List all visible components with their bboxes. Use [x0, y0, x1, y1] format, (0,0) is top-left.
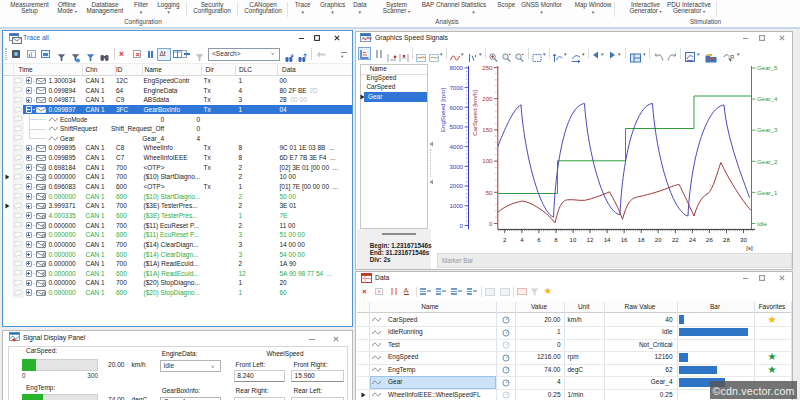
- svg-text:20: 20: [655, 236, 662, 243]
- svg-text:R: R: [730, 54, 735, 60]
- svg-text:30: 30: [740, 236, 747, 243]
- svg-text:Gear_1: Gear_1: [757, 189, 778, 196]
- svg-text:5000: 5000: [449, 123, 463, 130]
- svg-text:Gear_3: Gear_3: [757, 126, 778, 133]
- svg-text:1000: 1000: [449, 202, 463, 209]
- svg-text:Gear_5: Gear_5: [757, 64, 778, 71]
- svg-text:8: 8: [554, 236, 558, 243]
- svg-text:150: 150: [482, 126, 493, 133]
- svg-text:[s]: [s]: [746, 244, 753, 251]
- svg-text:18: 18: [638, 236, 645, 243]
- svg-text:26: 26: [706, 236, 713, 243]
- svg-text:14: 14: [604, 236, 611, 243]
- svg-text:4000: 4000: [449, 143, 463, 150]
- svg-text:200: 200: [482, 95, 493, 102]
- svg-text:7000: 7000: [449, 84, 463, 91]
- svg-text:6: 6: [537, 236, 541, 243]
- svg-text:3000: 3000: [449, 163, 463, 170]
- svg-text:8000: 8000: [449, 64, 463, 71]
- svg-text:Gear_4: Gear_4: [757, 95, 778, 102]
- svg-text:2000: 2000: [449, 182, 463, 189]
- svg-text:24: 24: [689, 236, 696, 243]
- svg-text:Idle: Idle: [757, 220, 767, 227]
- svg-text:4: 4: [520, 236, 524, 243]
- svg-text:EngSpeed [rpm]: EngSpeed [rpm]: [439, 88, 446, 132]
- svg-text:100: 100: [482, 157, 493, 164]
- svg-text:0: 0: [489, 220, 493, 227]
- svg-text:28: 28: [723, 236, 730, 243]
- svg-text:22: 22: [672, 236, 679, 243]
- svg-text:0: 0: [460, 222, 464, 229]
- svg-text:16: 16: [621, 236, 628, 243]
- svg-text:2: 2: [503, 236, 507, 243]
- svg-text:50: 50: [486, 189, 493, 196]
- svg-text:CarSpeed [km/h]: CarSpeed [km/h]: [471, 90, 478, 136]
- svg-text:6000: 6000: [449, 104, 463, 111]
- svg-text:250: 250: [482, 64, 493, 71]
- svg-text:Gear_2: Gear_2: [757, 158, 778, 165]
- svg-text:12: 12: [587, 236, 594, 243]
- svg-text:10: 10: [570, 236, 577, 243]
